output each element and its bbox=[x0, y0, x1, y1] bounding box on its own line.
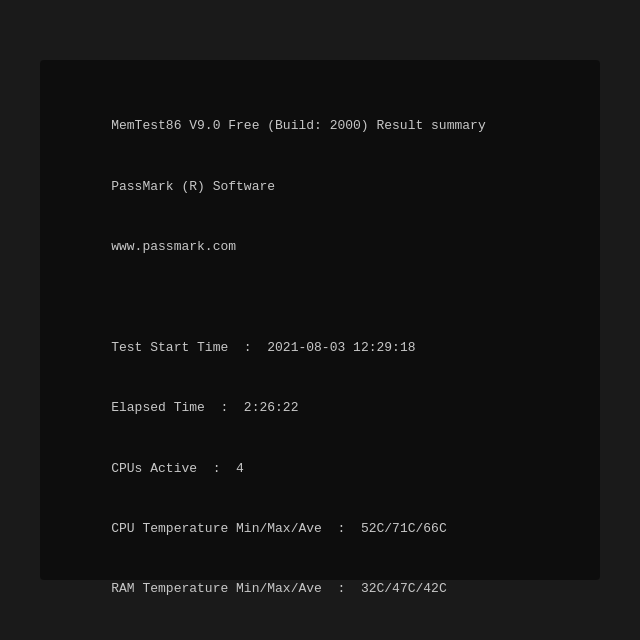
test-start-line: Test Start Time : 2021-08-03 12:29:18 bbox=[111, 340, 415, 355]
title-line: MemTest86 V9.0 Free (Build: 2000) Result… bbox=[111, 118, 485, 133]
company-line: PassMark (R) Software bbox=[111, 179, 275, 194]
cpu-temp-line: CPU Temperature Min/Max/Ave : 52C/71C/66… bbox=[111, 521, 446, 536]
website-line: www.passmark.com bbox=[111, 239, 236, 254]
terminal-screen: MemTest86 V9.0 Free (Build: 2000) Result… bbox=[40, 60, 600, 580]
ram-temp-line: RAM Temperature Min/Max/Ave : 32C/47C/42… bbox=[111, 581, 446, 596]
terminal-output: MemTest86 V9.0 Free (Build: 2000) Result… bbox=[80, 96, 560, 640]
cpus-active-line: CPUs Active : 4 bbox=[111, 461, 244, 476]
elapsed-line: Elapsed Time : 2:26:22 bbox=[111, 400, 298, 415]
